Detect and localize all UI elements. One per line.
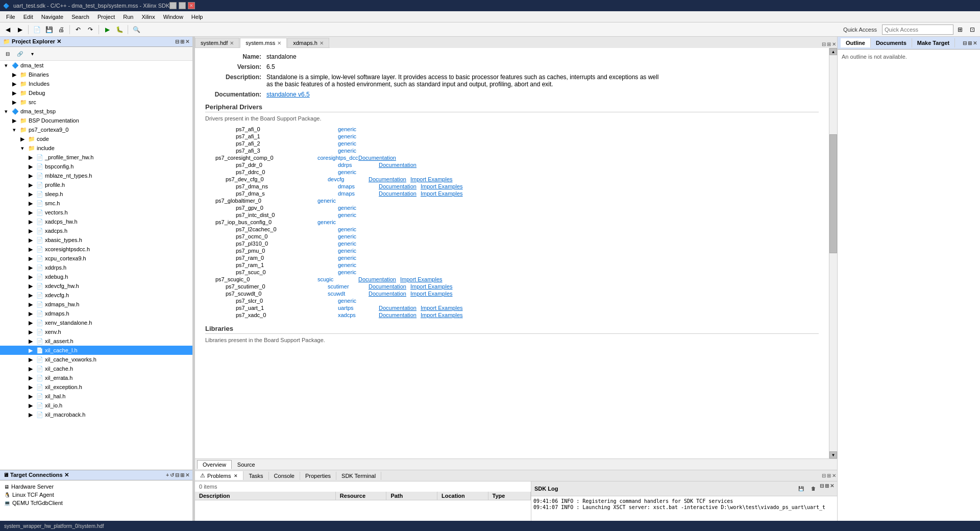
- bottom-minimize-btn[interactable]: ⊟: [822, 473, 826, 478]
- tree-item-xbasic-types-h[interactable]: ▶ 📄 xbasic_types.h: [0, 235, 192, 245]
- maximize-button[interactable]: □: [179, 2, 186, 9]
- tree-item-includes[interactable]: ▶ 📁 Includes: [0, 79, 192, 88]
- close-panel-btn[interactable]: ✕: [185, 39, 189, 44]
- tree-item-debug[interactable]: ▶ 📁 Debug: [0, 88, 192, 98]
- menu-file[interactable]: File: [2, 13, 19, 21]
- menu-search[interactable]: Search: [67, 13, 93, 21]
- quick-access-input[interactable]: [882, 25, 953, 35]
- tree-item-profile-h[interactable]: ▶ 📄 profile.h: [0, 180, 192, 189]
- menu-xilinx[interactable]: Xilinx: [137, 13, 159, 21]
- driver-doc-ps7-scugic[interactable]: Documentation: [358, 276, 396, 282]
- tree-item-xdmaps-hw-h[interactable]: ▶ 📄 xdmaps_hw.h: [0, 300, 192, 309]
- outline-tab-outline[interactable]: Outline: [841, 38, 871, 47]
- tree-item-xadcps-hw-h[interactable]: ▶ 📄 xadcps_hw.h: [0, 217, 192, 226]
- menu-edit[interactable]: Edit: [19, 13, 37, 21]
- driver-doc-ps7-scutimer[interactable]: Documentation: [369, 283, 406, 289]
- perspective-button[interactable]: ⊞: [954, 24, 966, 35]
- tree-item-xil-cache-l-h[interactable]: ▶ 📄 xil_cache_l.h: [0, 346, 192, 355]
- tree-item-ps7-cortexa9[interactable]: ▾ 📁 ps7_cortexa9_0: [0, 125, 192, 134]
- tree-item-xenv-h[interactable]: ▶ 📄 xenv.h: [0, 327, 192, 336]
- driver-doc-ps7-coresight[interactable]: Documentation: [358, 155, 396, 161]
- tree-item-bspconfig-h[interactable]: ▶ 📄 bspconfig.h: [0, 162, 192, 171]
- project-tree[interactable]: ▾ 🔷 dma_test ▶ 📁 Binaries ▶ 📁 Includes ▶…: [0, 61, 192, 470]
- tab-system-hdf-close[interactable]: ✕: [230, 40, 234, 46]
- maximize-panel-btn[interactable]: ⊞: [180, 39, 184, 44]
- outline-tab-documents[interactable]: Documents: [871, 38, 912, 47]
- tree-item-xdevcfg-hw-h[interactable]: ▶ 📄 xdevcfg_hw.h: [0, 281, 192, 291]
- target-maximize-btn[interactable]: ⊞: [180, 472, 184, 478]
- sdk-log-close-btn[interactable]: ✕: [830, 483, 834, 494]
- driver-import-ps7-scutimer[interactable]: Import Examples: [410, 283, 453, 289]
- tree-item-xcoresight-h[interactable]: ▶ 📄 xcoresightpsdcc.h: [0, 245, 192, 254]
- doc-link[interactable]: standalone v6.5: [266, 91, 310, 98]
- debug-button[interactable]: 🐛: [114, 24, 125, 35]
- tab-xdmaps-h[interactable]: xdmaps.h ✕: [287, 38, 329, 47]
- tree-item-include[interactable]: ▾ 📁 include: [0, 143, 192, 153]
- sdk-terminal-tab[interactable]: SDK Terminal: [336, 472, 381, 480]
- tree-item-vectors-h[interactable]: ▶ 📄 vectors.h: [0, 208, 192, 217]
- tree-item-xil-hal-h[interactable]: ▶ 📄 xil_hal.h: [0, 392, 192, 401]
- driver-import-ps7-dma-ns[interactable]: Import Examples: [421, 183, 463, 189]
- console-tab[interactable]: Console: [269, 472, 300, 480]
- tab-system-mss[interactable]: system.mss ✕: [240, 38, 287, 48]
- tree-item-xdevcfg-h[interactable]: ▶ 📄 xdevcfg.h: [0, 291, 192, 300]
- problems-tab[interactable]: ⚠ Problems ✕: [195, 471, 243, 480]
- properties-tab[interactable]: Properties: [300, 472, 336, 480]
- minimize-button[interactable]: ─: [169, 2, 177, 9]
- tree-item-code[interactable]: ▶ 📁 code: [0, 134, 192, 143]
- redo-button[interactable]: ↷: [85, 24, 96, 35]
- menu-window[interactable]: Window: [159, 13, 187, 21]
- tree-item-xil-errata-h[interactable]: ▶ 📄 xil_errata.h: [0, 373, 192, 382]
- tree-item-xil-io-h[interactable]: ▶ 📄 xil_io.h: [0, 401, 192, 410]
- tree-item-src[interactable]: ▶ 📁 src: [0, 98, 192, 107]
- new-button[interactable]: 📄: [31, 24, 42, 35]
- tree-item-xil-exception-h[interactable]: ▶ 📄 xil_exception.h: [0, 382, 192, 392]
- driver-import-ps7-dma-s[interactable]: Import Examples: [421, 190, 463, 197]
- target-minimize-btn[interactable]: ⊟: [175, 472, 179, 478]
- tab-xdmaps-h-close[interactable]: ✕: [320, 40, 324, 46]
- close-button[interactable]: ✕: [188, 2, 195, 9]
- tree-item-xcpu-h[interactable]: ▶ 📄 xcpu_cortexa9.h: [0, 254, 192, 263]
- bottom-maximize-btn[interactable]: ⊞: [827, 473, 831, 478]
- tree-item-xenv-standalone-h[interactable]: ▶ 📄 xenv_standalone.h: [0, 318, 192, 327]
- tasks-tab[interactable]: Tasks: [243, 472, 268, 480]
- tab-system-mss-close[interactable]: ✕: [277, 40, 281, 46]
- driver-import-ps7-dev-cfg-0[interactable]: Import Examples: [410, 176, 453, 182]
- target-close-btn[interactable]: ✕: [185, 472, 189, 478]
- sdk-log-minimize-btn[interactable]: ⊟: [820, 483, 824, 494]
- editor-close-btn[interactable]: ✕: [832, 41, 836, 47]
- scroll-thumb[interactable]: [829, 134, 837, 253]
- link-with-editor-btn[interactable]: 🔗: [14, 48, 26, 59]
- target-linux-tcf[interactable]: 🐧 Linux TCF Agent: [2, 491, 190, 499]
- bottom-close-btn[interactable]: ✕: [832, 473, 836, 478]
- driver-import-ps7-xadc[interactable]: Import Examples: [421, 312, 463, 318]
- tree-item-xil-assert-h[interactable]: ▶ 📄 xil_assert.h: [0, 336, 192, 346]
- driver-doc-ps7-scuwdt[interactable]: Documentation: [369, 291, 406, 297]
- tree-item-smc-h[interactable]: ▶ 📄 smc.h: [0, 199, 192, 208]
- bottom-tab-overview[interactable]: Overview: [197, 460, 232, 469]
- search-button[interactable]: 🔍: [131, 24, 142, 35]
- tree-item-xil-macroback-h[interactable]: ▶ 📄 xil_macroback.h: [0, 410, 192, 419]
- bottom-tab-source[interactable]: Source: [232, 460, 261, 469]
- outline-maximize-btn[interactable]: ⊞: [968, 40, 972, 46]
- tree-item-dma-test-bsp[interactable]: ▾ 🔷 dma_test_bsp: [0, 107, 192, 116]
- driver-doc-ps7-dma-ns[interactable]: Documentation: [379, 183, 416, 189]
- run-button[interactable]: ▶: [102, 24, 113, 35]
- tree-item-xddrps-h[interactable]: ▶ 📄 xddrps.h: [0, 263, 192, 272]
- tree-item-bsp-doc[interactable]: ▶ 📁 BSP Documentation: [0, 116, 192, 125]
- minimize-panel-btn[interactable]: ⊟: [175, 39, 179, 44]
- open-perspective-button[interactable]: ⊡: [967, 24, 978, 35]
- menu-navigate[interactable]: Navigate: [37, 13, 67, 21]
- tree-item-xdebug-h[interactable]: ▶ 📄 xdebug.h: [0, 272, 192, 281]
- sdk-log-save-btn[interactable]: 💾: [795, 483, 806, 494]
- tree-item-dma-test[interactable]: ▾ 🔷 dma_test: [0, 61, 192, 70]
- tree-item-sleep-h[interactable]: ▶ 📄 sleep.h: [0, 189, 192, 199]
- menu-project[interactable]: Project: [93, 13, 119, 21]
- target-qemu-tcf[interactable]: 💻 QEMU TcfGdbClient: [2, 499, 190, 507]
- sdk-log-maximize-btn[interactable]: ⊞: [825, 483, 829, 494]
- back-button[interactable]: ◀: [2, 24, 13, 35]
- undo-button[interactable]: ↶: [72, 24, 84, 35]
- target-refresh-btn[interactable]: ↺: [170, 472, 174, 478]
- driver-doc-ps7-dev-cfg-0[interactable]: Documentation: [369, 176, 406, 182]
- sdk-log-clear-btn[interactable]: 🗑: [807, 483, 819, 494]
